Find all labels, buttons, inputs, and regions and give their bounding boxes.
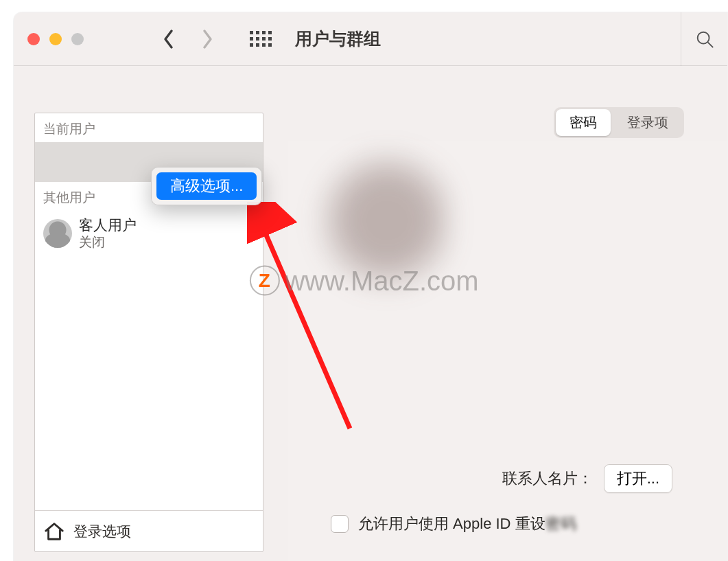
- contact-card-row: 联系人名片： 打开...: [502, 464, 672, 493]
- svg-point-0: [697, 32, 709, 44]
- house-icon: [43, 521, 65, 542]
- tabs: 密码 登录项: [554, 107, 684, 138]
- svg-line-1: [707, 43, 713, 48]
- allow-reset-label-blur: 密码: [545, 515, 577, 532]
- allow-reset-row: 允许用户使用 Apple ID 重设密码: [331, 514, 577, 534]
- maximize-button[interactable]: [71, 33, 84, 45]
- open-contact-card-button[interactable]: 打开...: [604, 464, 672, 493]
- titlebar: 用户与群组: [14, 12, 727, 66]
- close-button[interactable]: [27, 33, 40, 45]
- back-button[interactable]: [159, 25, 178, 53]
- allow-reset-checkbox[interactable]: [331, 515, 349, 533]
- tab-login-items[interactable]: 登录项: [613, 109, 682, 136]
- tab-password[interactable]: 密码: [556, 109, 611, 136]
- user-row-texts: 客人用户 关闭: [79, 216, 137, 251]
- user-large-avatar: [316, 148, 453, 293]
- show-all-icon[interactable]: [250, 31, 272, 47]
- login-options-label: 登录选项: [73, 522, 131, 541]
- allow-reset-label-text: 允许用户使用 Apple ID 重设: [358, 515, 545, 532]
- current-user-section-label: 当前用户: [35, 113, 263, 142]
- nav-arrows: [159, 25, 217, 53]
- guest-user-name: 客人用户: [79, 216, 137, 234]
- avatar-icon: [43, 219, 72, 248]
- forward-button[interactable]: [198, 25, 217, 53]
- preferences-window: 用户与群组 当前用户 其他用户 客人用户 关闭 登录选项: [14, 12, 727, 561]
- search-button[interactable]: [681, 12, 727, 66]
- advanced-options-menu-item[interactable]: 高级选项...: [156, 172, 257, 200]
- allow-reset-label: 允许用户使用 Apple ID 重设密码: [358, 514, 577, 534]
- guest-user-row[interactable]: 客人用户 关闭: [35, 211, 263, 256]
- content-area: 当前用户 其他用户 客人用户 关闭 登录选项 密: [14, 66, 727, 561]
- pane-title: 用户与群组: [295, 27, 381, 50]
- window-controls: [27, 33, 84, 45]
- guest-user-status: 关闭: [79, 234, 137, 251]
- login-options-row[interactable]: 登录选项: [35, 510, 263, 551]
- search-icon: [694, 29, 715, 49]
- detail-panel: 密码 登录项 联系人名片： 打开... 允许用户使用 Apple ID 重设密码: [288, 66, 727, 561]
- contact-card-label: 联系人名片：: [502, 468, 593, 489]
- context-menu: 高级选项...: [151, 167, 262, 205]
- minimize-button[interactable]: [49, 33, 62, 45]
